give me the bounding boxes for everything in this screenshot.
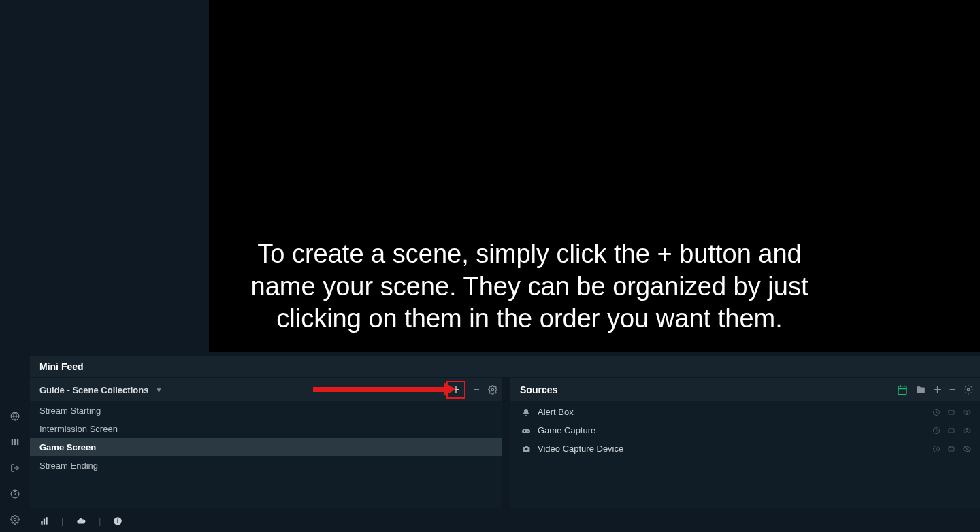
refresh-icon[interactable] xyxy=(947,445,956,453)
widget-icon[interactable] xyxy=(897,384,908,395)
source-label: Alert Box xyxy=(538,407,574,417)
scene-label: Stream Starting xyxy=(39,405,101,416)
scene-settings-button[interactable] xyxy=(487,385,498,395)
mini-feed-bar: Mini Feed xyxy=(30,356,980,377)
remove-scene-button[interactable]: − xyxy=(471,384,482,396)
sources-title: Sources xyxy=(520,384,557,395)
source-label: Game Capture xyxy=(538,425,595,435)
scene-label: Stream Ending xyxy=(39,461,98,471)
info-icon[interactable] xyxy=(113,516,122,526)
camera-icon xyxy=(520,445,532,453)
help-icon[interactable] xyxy=(10,488,20,499)
tutorial-overlay-text: To create a scene, simply click the + bu… xyxy=(225,238,834,335)
source-item[interactable]: Video Capture Device xyxy=(510,439,980,458)
scene-item[interactable]: Stream Starting xyxy=(30,401,502,420)
lock-icon[interactable] xyxy=(932,427,941,435)
svg-point-7 xyxy=(967,388,970,391)
svg-rect-9 xyxy=(949,410,954,414)
svg-rect-22 xyxy=(118,520,118,523)
svg-rect-3 xyxy=(17,439,18,445)
source-label: Video Capture Device xyxy=(538,444,623,454)
lock-icon[interactable] xyxy=(932,408,941,416)
add-scene-button[interactable]: + xyxy=(446,381,466,399)
source-actions xyxy=(932,445,972,453)
bottom-status-bar: | | xyxy=(30,510,980,532)
svg-rect-19 xyxy=(44,519,45,525)
visibility-icon[interactable] xyxy=(962,427,972,435)
panels-row: Guide - Scene Collections ▼ + − Stream S… xyxy=(30,378,980,508)
source-actions xyxy=(932,408,972,416)
source-item[interactable]: Alert Box xyxy=(510,403,980,421)
scene-item[interactable]: Stream Ending xyxy=(30,456,502,475)
sources-toolbar: + − xyxy=(897,383,973,397)
refresh-icon[interactable] xyxy=(947,427,956,435)
sources-panel: Sources + − Alert Box xyxy=(510,378,980,508)
sources-header: Sources + − xyxy=(510,378,980,401)
svg-point-5 xyxy=(14,518,16,521)
svg-rect-18 xyxy=(41,521,42,525)
svg-rect-12 xyxy=(949,429,954,433)
visibility-icon[interactable] xyxy=(962,408,972,416)
refresh-icon[interactable] xyxy=(947,408,956,416)
svg-rect-2 xyxy=(14,439,16,445)
left-sidebar xyxy=(0,0,30,532)
visibility-hidden-icon[interactable] xyxy=(962,445,972,453)
scenes-panel: Guide - Scene Collections ▼ + − Stream S… xyxy=(30,378,502,508)
svg-point-6 xyxy=(491,388,494,391)
scenes-list: Stream Starting Intermission Screen Game… xyxy=(30,401,502,508)
settings-icon[interactable] xyxy=(10,514,20,525)
add-source-button[interactable]: + xyxy=(934,383,941,397)
lock-icon[interactable] xyxy=(932,445,941,453)
sources-list: Alert Box Game Capture xyxy=(510,401,980,508)
svg-rect-1 xyxy=(12,439,13,445)
folder-icon[interactable] xyxy=(916,385,926,395)
scene-label: Intermission Screen xyxy=(39,424,118,434)
logout-icon[interactable] xyxy=(10,463,20,473)
divider: | xyxy=(99,516,101,526)
scene-collection-dropdown[interactable]: Guide - Scene Collections xyxy=(39,385,148,395)
mini-feed-label: Mini Feed xyxy=(39,361,84,372)
svg-point-10 xyxy=(966,411,968,413)
bell-icon xyxy=(520,408,532,416)
scenes-toolbar: + − xyxy=(446,381,498,399)
preview-area: To create a scene, simply click the + bu… xyxy=(30,0,980,354)
scene-item[interactable]: Game Screen xyxy=(30,438,502,456)
scene-item[interactable]: Intermission Screen xyxy=(30,420,502,438)
divider: | xyxy=(61,516,63,526)
source-settings-button[interactable] xyxy=(964,385,973,395)
svg-rect-20 xyxy=(46,517,47,525)
source-actions xyxy=(932,427,972,435)
scenes-header: Guide - Scene Collections ▼ + − xyxy=(30,378,502,401)
cloud-icon[interactable] xyxy=(76,516,86,526)
remove-source-button[interactable]: − xyxy=(949,384,956,396)
svg-point-13 xyxy=(966,429,968,431)
chevron-down-icon[interactable]: ▼ xyxy=(155,386,162,394)
svg-rect-15 xyxy=(949,447,954,451)
globe-icon[interactable] xyxy=(10,411,20,422)
gamepad-icon xyxy=(520,427,532,435)
stats-icon[interactable] xyxy=(39,516,49,526)
studio-mode-icon[interactable] xyxy=(10,437,20,448)
scene-label: Game Screen xyxy=(39,442,96,452)
source-item[interactable]: Game Capture xyxy=(510,421,980,439)
svg-rect-23 xyxy=(118,519,118,520)
